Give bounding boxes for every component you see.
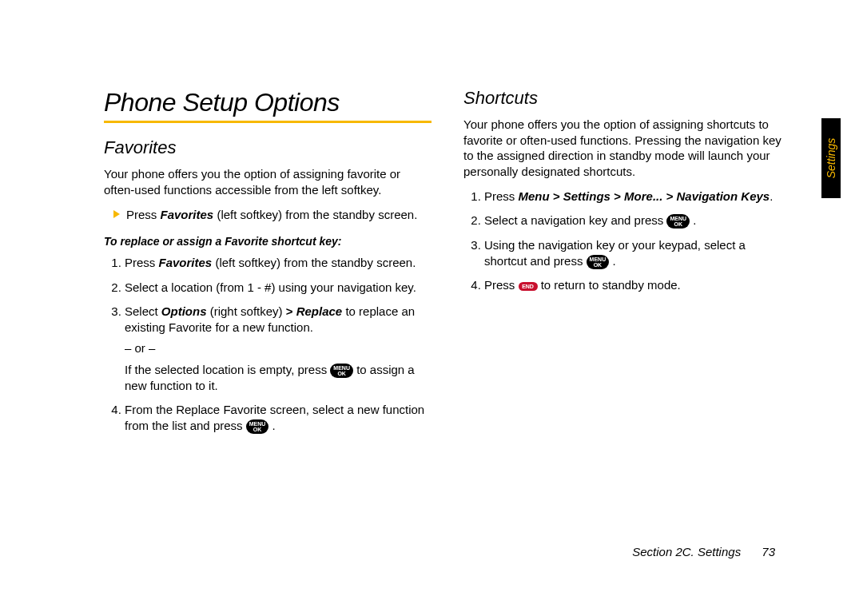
shortcuts-intro: Your phone offers you the option of assi… (463, 117, 791, 179)
key-line1: MENU (590, 256, 606, 262)
title-rule (104, 121, 432, 123)
text: Press (126, 208, 161, 221)
step-1: Press Menu > Settings > More... > Naviga… (484, 189, 791, 205)
bold-italic: Favorites (161, 208, 214, 221)
step-4: From the Replace Favorite screen, select… (125, 402, 432, 435)
menu-ok-key-icon: MENUOK (246, 419, 269, 434)
text: Press (125, 256, 159, 269)
menu-ok-key-icon: MENUOK (587, 255, 610, 269)
column-left: Phone Setup Options Favorites Your phone… (104, 88, 432, 443)
text: . (612, 254, 615, 268)
bold: > (286, 304, 293, 318)
page-footer: Section 2C. Settings 73 (632, 545, 775, 558)
bold-italic: Replace (296, 304, 343, 318)
favorites-intro: Your phone offers you the option of assi… (104, 166, 432, 197)
manual-page: Settings Phone Setup Options Favorites Y… (0, 0, 863, 616)
step-3: Using the navigation key or your keypad,… (484, 237, 791, 270)
favorites-subhead: To replace or assign a Favorite shortcut… (104, 234, 432, 248)
shortcuts-steps: Press Menu > Settings > More... > Naviga… (467, 189, 791, 293)
side-tab-label: Settings (825, 138, 837, 179)
side-tab-settings: Settings (821, 118, 841, 198)
step-3: Select Options (right softkey) > Replace… (125, 304, 432, 394)
key-line2: OK (674, 221, 683, 227)
text: . (693, 213, 696, 227)
end-key-icon: END (519, 282, 538, 291)
favorites-bullet: Press Favorites (left softkey) from the … (113, 207, 432, 223)
text: . (272, 419, 276, 432)
text: (left softkey) from the standby screen. (213, 208, 417, 221)
text: (right softkey) (207, 304, 286, 318)
key-line1: MENU (333, 365, 350, 371)
page-title: Phone Setup Options (104, 88, 432, 117)
column-right: Shortcuts Your phone offers you the opti… (463, 88, 791, 443)
heading-favorites: Favorites (104, 137, 432, 158)
menu-ok-key-icon: MENUOK (666, 214, 690, 229)
text: If the selected location is empty, press (125, 363, 330, 376)
step-2: Select a navigation key and press MENUOK… (484, 213, 791, 229)
heading-shortcuts: Shortcuts (463, 88, 791, 109)
key-line2: OK (253, 427, 262, 432)
two-column-layout: Phone Setup Options Favorites Your phone… (104, 88, 791, 443)
text: Press (484, 278, 519, 292)
bold-italic: Menu > Settings > More... > Navigation K… (519, 189, 770, 203)
step-4: Press END to return to standby mode. (484, 277, 791, 293)
text: Select a navigation key and press (484, 213, 666, 227)
text: . (770, 189, 773, 203)
favorites-steps: Press Favorites (left softkey) from the … (107, 255, 432, 434)
text: Select (125, 304, 161, 318)
favorites-bullet-text: Press Favorites (left softkey) from the … (126, 207, 417, 223)
footer-section: Section 2C. Settings (632, 545, 741, 558)
text: to return to standby mode. (541, 278, 681, 292)
bold-italic: Favorites (159, 256, 213, 269)
footer-page-number: 73 (762, 545, 775, 558)
bold-italic: Options (161, 304, 207, 318)
step-1: Press Favorites (left softkey) from the … (125, 255, 432, 271)
key-line1: END (522, 284, 534, 289)
text: Press (484, 189, 519, 203)
or-separator: – or – (125, 340, 432, 356)
key-line2: OK (594, 262, 603, 268)
text: (left softkey) from the standby screen. (212, 256, 416, 269)
key-line1: MENU (249, 421, 266, 427)
key-line2: OK (337, 371, 346, 376)
key-line1: MENU (670, 216, 686, 221)
triangle-icon (113, 210, 120, 218)
menu-ok-key-icon: MENUOK (330, 364, 353, 378)
step-2: Select a location (from 1 - #) using you… (125, 280, 432, 296)
